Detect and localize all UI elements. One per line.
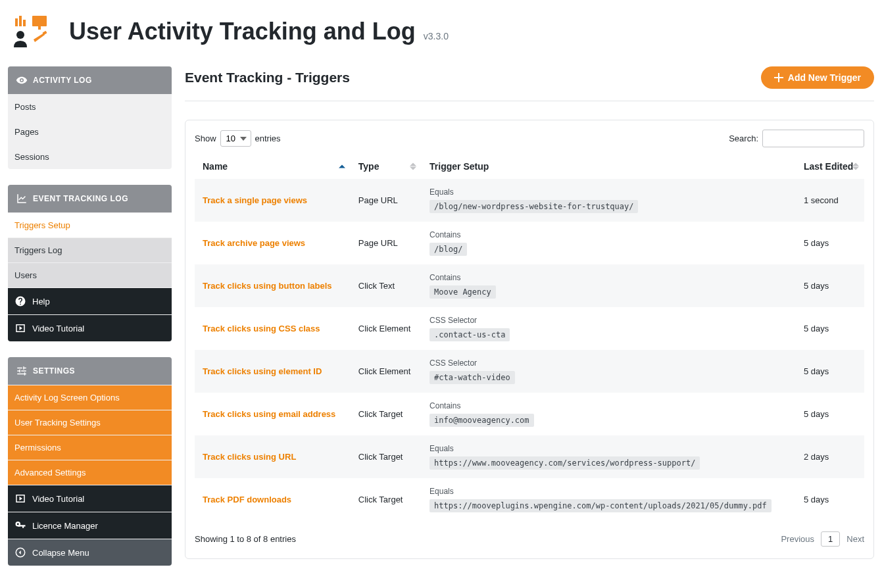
table-row: Track clicks using CSS classClick Elemen… (195, 307, 864, 350)
column-header-type[interactable]: Type (351, 154, 422, 179)
add-new-trigger-button[interactable]: Add New Trigger (761, 66, 874, 89)
trigger-name-link[interactable]: Track clicks using email address (203, 409, 335, 419)
triggers-panel: Show 10 entries Search: NameTypeTrigger … (185, 120, 874, 559)
sidebar-section-header: ACTIVITY LOG (8, 66, 172, 94)
last-edited: 1 second (796, 179, 864, 222)
trigger-name-link[interactable]: Track a single page views (203, 195, 307, 205)
sidebar-item-users[interactable]: Users (8, 262, 172, 287)
sidebar-section-title: SETTINGS (33, 366, 75, 376)
setup-value: /blog/ (429, 243, 467, 256)
plus-icon (774, 73, 783, 82)
last-edited: 5 days (796, 393, 864, 435)
video-icon (14, 322, 26, 334)
trigger-type: Click Target (351, 435, 422, 478)
trigger-name-link[interactable]: Track clicks using URL (203, 452, 296, 462)
setup-operator: CSS Selector (429, 316, 788, 325)
sidebar-item-label: Activity Log Screen Options (14, 393, 120, 403)
collapse-icon (14, 547, 26, 558)
last-edited: 5 days (796, 222, 864, 264)
video-icon (14, 493, 26, 504)
setup-value: .contact-us-cta (429, 328, 510, 341)
setup-operator: CSS Selector (429, 358, 788, 368)
column-header-last-edited[interactable]: Last Edited (796, 154, 864, 179)
sidebar-item-label: Advanced Settings (14, 468, 86, 478)
pagination: Previous 1 Next (781, 531, 864, 547)
pager-current[interactable]: 1 (821, 531, 840, 547)
sort-icon (852, 163, 859, 170)
sidebar-item-label: Video Tutorial (32, 324, 84, 333)
last-edited: 5 days (796, 307, 864, 350)
trigger-name-link[interactable]: Track clicks using button labels (203, 281, 332, 291)
trigger-setup: ContainsMoove Agency (422, 264, 796, 307)
pager-next[interactable]: Next (846, 534, 864, 544)
sidebar-item-help[interactable]: Help (8, 287, 172, 314)
table-row: Track archive page viewsPage URLContains… (195, 222, 864, 264)
sort-icon (339, 165, 345, 168)
show-label-pre: Show (195, 134, 216, 143)
trigger-setup: Equals/blog/new-wordpress-website-for-tr… (422, 179, 796, 222)
table-row: Track clicks using URLClick TargetEquals… (195, 435, 864, 478)
sidebar-item-video-tutorial[interactable]: Video Tutorial (8, 314, 172, 341)
sidebar-section-header: SETTINGS (8, 357, 172, 385)
table-row: Track clicks using button labelsClick Te… (195, 264, 864, 307)
sidebar-item-triggers-setup[interactable]: Triggers Setup (8, 212, 172, 237)
column-header-name[interactable]: Name (195, 154, 351, 179)
trigger-type: Click Text (351, 264, 422, 307)
trigger-name-link[interactable]: Track archive page views (203, 238, 305, 248)
last-edited: 5 days (796, 264, 864, 307)
table-info: Showing 1 to 8 of 8 entries (195, 534, 296, 544)
sidebar-item-permissions[interactable]: Permissions (8, 435, 172, 460)
sidebar-item-activity-log-screen-options[interactable]: Activity Log Screen Options (8, 385, 172, 410)
sidebar-item-posts[interactable]: Posts (8, 94, 172, 119)
sidebar-section-title: EVENT TRACKING LOG (33, 194, 128, 203)
last-edited: 5 days (796, 350, 864, 393)
entries-select[interactable]: 10 (220, 130, 251, 147)
sidebar-item-pages[interactable]: Pages (8, 119, 172, 144)
show-entries-control: Show 10 entries (195, 130, 281, 147)
table-row: Track clicks using email addressClick Ta… (195, 393, 864, 435)
last-edited: 2 days (796, 435, 864, 478)
app-logo-icon (10, 13, 49, 50)
sidebar-item-licence-manager[interactable]: Licence Manager (8, 512, 172, 539)
search-input[interactable] (762, 130, 864, 147)
sidebar-item-collapse-menu[interactable]: Collapse Menu (8, 539, 172, 566)
trigger-setup: Equalshttps://www.mooveagency.com/servic… (422, 435, 796, 478)
trigger-type: Click Element (351, 307, 422, 350)
setup-value: info@mooveagency.com (429, 414, 534, 427)
sidebar-item-label: Pages (14, 127, 39, 137)
sidebar-item-advanced-settings[interactable]: Advanced Settings (8, 460, 172, 485)
trigger-setup: Equalshttps://mooveplugins.wpengine.com/… (422, 478, 796, 521)
page-title: Event Tracking - Triggers (185, 70, 350, 86)
setup-value: https://mooveplugins.wpengine.com/wp-con… (429, 499, 772, 512)
svg-rect-4 (38, 26, 41, 30)
sidebar-item-label: Help (32, 297, 50, 306)
sidebar-item-label: Triggers Setup (14, 220, 70, 230)
sidebar-item-label: User Tracking Settings (14, 418, 101, 428)
setup-operator: Contains (429, 401, 788, 410)
column-header-trigger-setup[interactable]: Trigger Setup (422, 154, 796, 179)
svg-rect-1 (19, 16, 22, 26)
trigger-setup: CSS Selector.contact-us-cta (422, 307, 796, 350)
table-row: Track a single page viewsPage URLEquals/… (195, 179, 864, 222)
trigger-name-link[interactable]: Track clicks using CSS class (203, 324, 320, 333)
trigger-name-link[interactable]: Track clicks using element ID (203, 366, 322, 376)
last-edited: 5 days (796, 478, 864, 521)
sidebar-item-label: Collapse Menu (32, 548, 89, 558)
sort-icon (410, 163, 416, 170)
svg-rect-3 (32, 16, 47, 26)
show-label-post: entries (255, 134, 281, 143)
add-button-label: Add New Trigger (788, 72, 861, 83)
sidebar-item-user-tracking-settings[interactable]: User Tracking Settings (8, 410, 172, 435)
sidebar-item-sessions[interactable]: Sessions (8, 144, 172, 169)
trigger-type: Page URL (351, 222, 422, 264)
table-row: Track PDF downloadsClick TargetEqualshtt… (195, 478, 864, 521)
trigger-name-link[interactable]: Track PDF downloads (203, 495, 291, 504)
triggers-table: NameTypeTrigger SetupLast Edited Track a… (195, 154, 864, 521)
app-header: User Activity Tracking and Log v3.3.0 (0, 0, 882, 66)
sidebar-item-label: Posts (14, 102, 36, 112)
sidebar-item-video-tutorial[interactable]: Video Tutorial (8, 485, 172, 512)
sidebar-item-triggers-log[interactable]: Triggers Log (8, 237, 172, 262)
setup-operator: Equals (429, 444, 788, 453)
pager-previous[interactable]: Previous (781, 534, 814, 544)
app-version: v3.3.0 (424, 31, 449, 41)
